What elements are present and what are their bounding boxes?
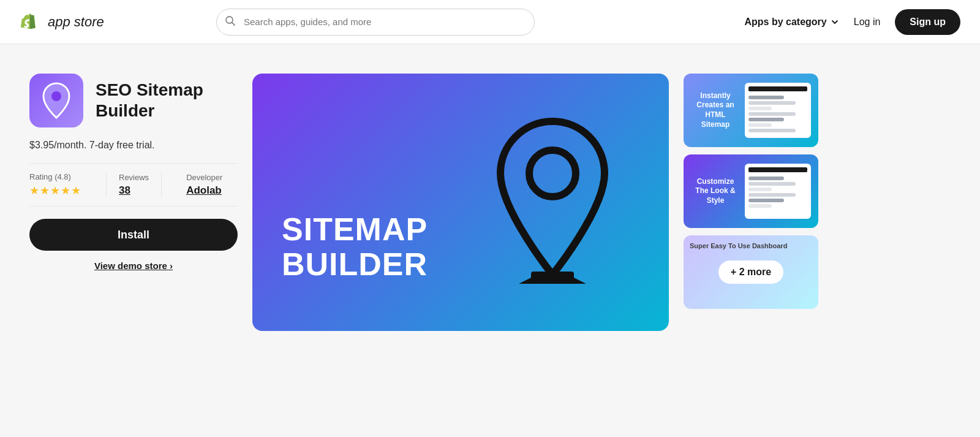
divider-vertical: [106, 173, 107, 197]
shopify-logo-icon: [20, 11, 42, 33]
search-container: [216, 9, 535, 36]
thumbnail-1[interactable]: Instantly Creates an HTML Sitemap: [684, 74, 818, 147]
logo-link[interactable]: app store: [20, 11, 104, 33]
hero-title-line2: BUILDER: [282, 247, 428, 282]
rating-row: Rating (4.8) ★★★★★ Reviews 38 Developer …: [29, 163, 238, 207]
hero-text-overlay: SITEMAP BUILDER: [282, 212, 428, 282]
developer-name[interactable]: Adolab: [186, 184, 222, 197]
svg-line-1: [232, 22, 235, 25]
nav-area: Apps by category Log in Sign up: [744, 9, 960, 35]
rating-label: Rating (4.8): [29, 172, 81, 181]
thumb-1-mockup: [745, 83, 811, 138]
search-icon: [225, 15, 236, 29]
stars: ★★★★★: [29, 184, 81, 197]
app-detail-panel: SEO Sitemap Builder $3.95/month. 7-day f…: [29, 74, 238, 271]
thumbnails-panel: Instantly Creates an HTML Sitemap Custom…: [684, 74, 818, 309]
hero-title-line1: SITEMAP: [282, 212, 428, 247]
hero-pin-icon: [485, 115, 620, 289]
divider-vertical-2: [161, 173, 162, 197]
search-input[interactable]: [216, 9, 535, 36]
apps-by-category-button[interactable]: Apps by category: [744, 17, 839, 28]
app-pricing: $3.95/month. 7-day free trial.: [29, 140, 238, 151]
app-name: SEO Sitemap Builder: [96, 80, 203, 121]
reviews-count[interactable]: 38: [119, 184, 149, 197]
install-button[interactable]: Install: [29, 219, 238, 251]
thumb-2-mockup: [745, 164, 811, 219]
main-content: SEO Sitemap Builder $3.95/month. 7-day f…: [0, 44, 980, 351]
thumb-2-label: Customize The Look & Style: [691, 177, 740, 206]
more-badge: + 2 more: [718, 260, 783, 284]
rating-block: Rating (4.8) ★★★★★: [29, 172, 94, 197]
demo-store-link[interactable]: View demo store ›: [29, 260, 238, 271]
svg-point-4: [529, 150, 576, 197]
reviews-label: Reviews: [119, 173, 149, 182]
thumb-1-label: Instantly Creates an HTML Sitemap: [691, 91, 740, 129]
thumbnail-2[interactable]: Customize The Look & Style: [684, 154, 818, 228]
header: app store Apps by category Log in Sign u…: [0, 0, 980, 44]
signup-button[interactable]: Sign up: [895, 9, 960, 35]
hero-image: SITEMAP BUILDER: [252, 74, 669, 331]
login-button[interactable]: Log in: [854, 17, 881, 28]
app-header: SEO Sitemap Builder: [29, 74, 238, 127]
thumb-3-overlay: + 2 more: [684, 235, 818, 309]
location-pin-icon: [40, 82, 72, 119]
chevron-down-icon: [831, 18, 839, 26]
reviews-block: Reviews 38: [119, 173, 149, 197]
logo-text: app store: [48, 14, 104, 30]
developer-block: Developer Adolab: [174, 173, 222, 197]
thumbnail-3[interactable]: Super Easy To Use Dashboard + 2 more: [684, 235, 818, 309]
developer-label: Developer: [186, 173, 222, 182]
app-icon: [29, 74, 83, 127]
svg-point-3: [51, 91, 61, 101]
